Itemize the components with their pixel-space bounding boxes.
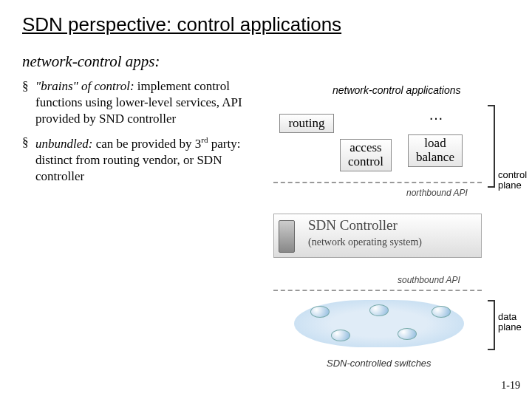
router-icon [331,330,350,341]
bullet-text: unbundled: can be provided by 3rd party:… [35,134,273,185]
sdn-controller-box: SDN Controller (network operating system… [273,214,482,258]
sdn-diagram: network-control applications … routing a… [273,84,523,380]
section-subtitle: network-control apps: [22,52,517,71]
southbound-divider [273,290,482,291]
control-plane-bracket-icon [488,105,495,188]
load-balance-box: loadbalance [408,134,463,167]
ellipsis: … [429,106,445,123]
switches-label: SDN-controlled switches [327,358,432,369]
data-plane-label: dataplane [498,312,522,333]
southbound-api-label: southbound API [398,275,460,285]
bullet-text: "brains" of control: implement control f… [35,78,273,127]
controller-title: SDN Controller [308,217,398,233]
northbound-api-label: northbound API [406,188,468,198]
slide-title: SDN perspective: control applications [22,13,517,36]
nca-label: network-control applications [332,84,461,96]
bullet-item: § unbundled: can be provided by 3rd part… [22,134,273,185]
bullet-item: § "brains" of control: implement control… [22,78,273,127]
bullet-mark-icon: § [22,134,35,185]
bullet-mark-icon: § [22,78,35,127]
routing-box: routing [279,114,334,133]
control-plane-label: controlplane [498,170,527,191]
server-icon [279,220,295,253]
page-number: 1-19 [501,380,520,392]
router-icon [398,328,417,340]
access-control-box: accesscontrol [340,139,392,171]
controller-subtitle: (network operating system) [308,236,422,248]
bullet-list: § "brains" of control: implement control… [22,78,273,185]
router-icon [310,306,330,318]
router-icon [432,306,451,318]
northbound-divider [273,182,482,183]
data-plane-bracket-icon [488,300,495,350]
router-icon [369,304,389,316]
